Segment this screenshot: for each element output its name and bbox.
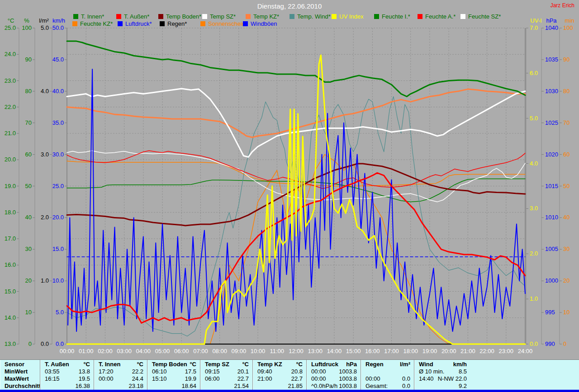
axis-tick-label-hpa: 1025 — [545, 119, 558, 126]
table-cell: Temp SZ — [205, 361, 229, 368]
axis-tick-label-uv: 5.0 — [530, 115, 538, 122]
table-cell: MaxWert — [5, 375, 29, 383]
table-cell: Durchschnitt — [5, 383, 41, 390]
axis-tick-label-degC: 21.0 — [5, 130, 16, 137]
axis-tick-label-hpa: 1005 — [545, 246, 558, 252]
x-tick-label: 03:00 — [117, 348, 132, 354]
table-column-t-innen: T. Innen°C17:2022.200:0024.423.18 — [94, 360, 147, 390]
axis-tick-label-pct: 30 — [25, 246, 32, 252]
axis-header-pct: % — [24, 17, 29, 24]
table-row — [361, 368, 414, 375]
table-cell: 03:55 — [45, 368, 60, 375]
x-tick-label: 12:00 — [289, 348, 304, 354]
axis-tick-label-kmh: 5.0 — [56, 309, 64, 316]
table-cell: 1003.8 — [339, 375, 357, 383]
axis-tick-label-kmh: 0.0 — [56, 340, 64, 347]
table-row: 09:4020.8 — [253, 368, 307, 375]
table-cell: 00:00 — [99, 375, 114, 383]
axis-header-uv: UV-I — [530, 17, 541, 24]
axis-tick-label-uv: 7.0 — [530, 24, 538, 31]
axis-tick-label-pct: 0 — [28, 340, 32, 347]
axis-tick-label-hpa: 1020 — [545, 151, 558, 158]
x-tick-label: 01:00 — [79, 348, 94, 354]
x-tick-label: 24:00 — [518, 348, 533, 354]
axis-tick-label-lm2: 4.0 — [41, 88, 49, 94]
table-row: 17:2022.2 — [94, 368, 147, 375]
table-column-header: T. Innen°C — [94, 361, 147, 368]
table-cell: 22.2 — [132, 368, 143, 375]
table-cell: Regen — [365, 361, 384, 368]
table-cell: 17.5 — [185, 368, 196, 375]
table-cell: 06:10 — [152, 368, 167, 375]
axis-tick-label-hpa: 990 — [545, 340, 555, 347]
axis-tick-label-pct: 60 — [25, 151, 32, 158]
table-cell: Ø 10 min. — [419, 368, 444, 375]
axis-header-hpa: hPa — [546, 17, 557, 24]
table-cell: 0.0 — [402, 375, 410, 383]
axis-tick-label-degC: 19.0 — [5, 183, 16, 189]
x-tick-label: 15:00 — [346, 348, 361, 354]
axis-tick-label-uv: 3.0 — [530, 205, 538, 212]
axis-tick-label-lm2: 3.0 — [41, 151, 49, 158]
table-column-header: Windkm/h — [414, 361, 471, 368]
table-cell: °C — [190, 361, 196, 368]
axis-tick-label-lm2: 1.0 — [41, 277, 49, 284]
axis-tick-label-uv: 1.0 — [530, 295, 538, 302]
axis-tick-label-pct: 100 — [22, 24, 32, 31]
table-column-wind: Windkm/hØ 10 min.8.514:40N-NW 22.09.2 — [414, 360, 471, 390]
table-column-header: Temp Boden°C — [147, 361, 200, 368]
table-cell: 22.7 — [291, 375, 303, 383]
axis-tick-label-degC: 17.0 — [5, 235, 16, 242]
axis-tick-label-hpa: 1000 — [545, 277, 558, 284]
table-cell: °C — [242, 361, 249, 368]
table-cell: 9.2 — [459, 383, 467, 390]
axis-tick-label-kmh: 20.0 — [52, 214, 64, 221]
x-tick-label: 14:00 — [327, 348, 342, 354]
table-row-label: MaxWert — [0, 375, 40, 383]
axis-tick-label-lm2: 0.0 — [41, 340, 49, 347]
table-cell: 16.38 — [75, 383, 90, 390]
table-cell: MinWert — [5, 368, 28, 375]
axis-tick-label-min: 10 — [563, 309, 570, 316]
axis-tick-label-kmh: 10.0 — [52, 277, 64, 284]
axis-tick-label-degC: 18.0 — [5, 209, 16, 216]
table-row: 06:1017.5 — [147, 368, 200, 375]
table-cell: Wind — [419, 361, 433, 368]
table-cell: 15:10 — [152, 375, 167, 383]
table-cell: 24.4 — [132, 375, 143, 383]
table-column-temp-kz: Temp KZ°C09:4020.821:0022.721.85 — [252, 360, 307, 390]
axis-tick-label-min: 80 — [563, 88, 570, 94]
table-cell: 09:15 — [205, 368, 220, 375]
axis-tick-label-degC: 14.0 — [5, 314, 16, 321]
x-tick-label: 13:00 — [308, 348, 323, 354]
table-cell: 09:40 — [257, 368, 272, 375]
axis-tick-label-degC: 20.0 — [5, 156, 16, 163]
axis-tick-label-degC: 23.0 — [5, 77, 16, 84]
x-tick-label: 06:00 — [174, 348, 189, 354]
axis-tick-label-kmh: 25.0 — [52, 183, 64, 189]
table-cell: 20.1 — [237, 368, 249, 375]
table-cell: °C — [296, 361, 303, 368]
axis-tick-label-pct: 10 — [25, 309, 32, 316]
table-row: 16.38 — [40, 383, 94, 390]
axis-tick-label-lm2: 2.0 — [41, 214, 49, 221]
table-column-header: T. Außen°C — [40, 361, 94, 368]
table-row: 00:001003.8 — [307, 368, 361, 375]
x-tick-label: 10:00 — [251, 348, 266, 354]
table-cell: 0.0 — [402, 383, 410, 390]
table-row: 18.64 — [147, 383, 200, 390]
x-tick-label: 19:00 — [422, 348, 437, 354]
table-column-header: LuftdruckhPa — [307, 361, 361, 368]
table-cell: 00:00 — [311, 368, 326, 375]
axis-tick-label-min: 40 — [563, 214, 570, 221]
axis-tick-label-lm2: 5.0 — [41, 24, 49, 31]
table-cell: 18.64 — [181, 383, 196, 390]
table-row: 21.85 — [253, 383, 307, 390]
axis-tick-label-kmh: 30.0 — [52, 151, 64, 158]
table-cell: 22.7 — [237, 375, 249, 383]
axis-header-kmh: km/h — [52, 17, 65, 24]
table-column-t-au-en: T. Außen°C03:5513.816:1519.516.38 — [40, 360, 94, 390]
axis-tick-label-hpa: 1015 — [545, 183, 558, 189]
table-column-header: Temp KZ°C — [253, 361, 307, 368]
axis-tick-label-uv: 2.0 — [530, 250, 538, 257]
